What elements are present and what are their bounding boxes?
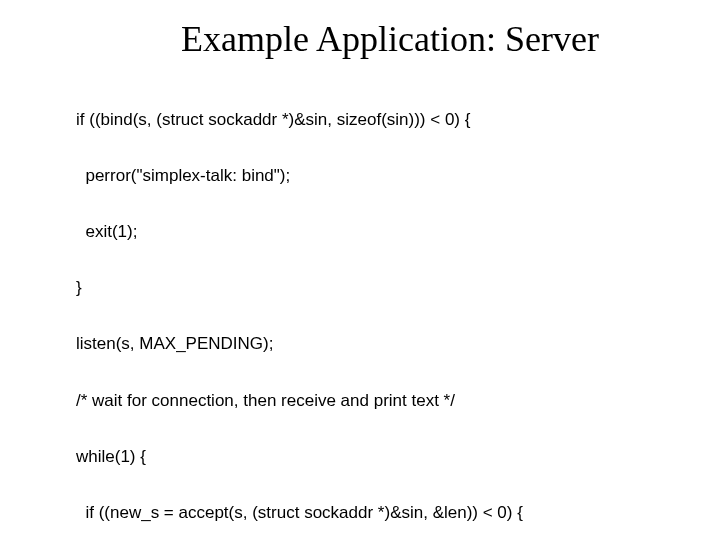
code-line: } — [76, 274, 680, 302]
code-line: /* wait for connection, then receive and… — [76, 387, 680, 415]
slide-title: Example Application: Server — [100, 18, 680, 60]
code-line: perror("simplex-talk: bind"); — [76, 162, 680, 190]
code-line: while(1) { — [76, 443, 680, 471]
code-line: if ((bind(s, (struct sockaddr *)&sin, si… — [76, 106, 680, 134]
code-line: exit(1); — [76, 218, 680, 246]
code-block: if ((bind(s, (struct sockaddr *)&sin, si… — [60, 78, 680, 540]
code-line: if ((new_s = accept(s, (struct sockaddr … — [76, 499, 680, 527]
code-line: listen(s, MAX_PENDING); — [76, 330, 680, 358]
